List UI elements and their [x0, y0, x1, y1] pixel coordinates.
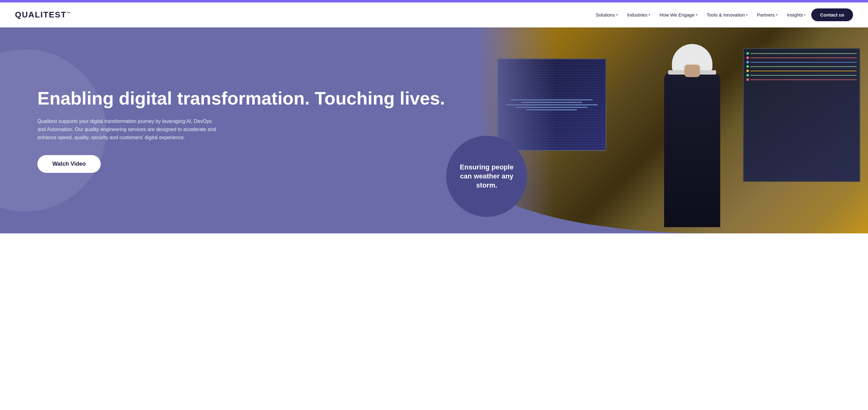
hero-section: Enabling digital transformation. Touchin… — [0, 27, 868, 233]
hero-headline: Enabling digital transformation. Touchin… — [37, 88, 459, 109]
hero-image-bg — [477, 27, 868, 233]
nav-link-tools-innovation[interactable]: Tools & Innovation ▾ — [703, 10, 752, 20]
top-accent-bar — [0, 0, 868, 2]
nav-link-partners[interactable]: Partners ▾ — [753, 10, 781, 20]
worker-neck — [684, 65, 700, 77]
hero-subtext: Qualitest supports your digital transfor… — [37, 117, 218, 141]
chevron-down-icon: ▾ — [616, 13, 618, 17]
chevron-down-icon: ▾ — [776, 13, 778, 17]
chevron-down-icon: ▾ — [696, 13, 698, 17]
watch-video-button[interactable]: Watch Video — [37, 155, 101, 173]
contact-us-button[interactable]: Contact us — [811, 8, 853, 21]
overlay-circle-text: Ensuring people can weather any storm. — [459, 163, 515, 190]
nav-label-industries: Industries — [627, 12, 647, 18]
hero-right-panel: Ensuring people can weather any storm. — [477, 27, 868, 233]
nav-label-tools-innovation: Tools & Innovation — [707, 12, 745, 18]
nav-item-industries[interactable]: Industries ▾ — [623, 10, 654, 20]
navbar: QUALITEST™ Solutions ▾ Industries ▾ How … — [0, 2, 868, 27]
brand-logo[interactable]: QUALITEST™ — [15, 10, 71, 20]
hero-left-panel: Enabling digital transformation. Touchin… — [0, 27, 477, 233]
nav-item-solutions[interactable]: Solutions ▾ — [592, 10, 621, 20]
nav-label-solutions: Solutions — [595, 12, 615, 18]
nav-item-tools-innovation[interactable]: Tools & Innovation ▾ — [703, 10, 752, 20]
nav-link-industries[interactable]: Industries ▾ — [623, 10, 654, 20]
worker-figure — [595, 27, 790, 233]
nav-link-solutions[interactable]: Solutions ▾ — [592, 10, 621, 20]
chevron-down-icon: ▾ — [649, 13, 650, 17]
nav-label-partners: Partners — [757, 12, 775, 18]
worker-body — [664, 73, 720, 227]
nav-links: Solutions ▾ Industries ▾ How We Engage ▾… — [592, 8, 853, 21]
nav-label-how-we-engage: How We Engage — [659, 12, 694, 18]
chevron-down-icon: ▾ — [746, 13, 748, 17]
hero-image — [477, 27, 868, 233]
nav-item-contact[interactable]: Contact us — [811, 8, 853, 21]
nav-link-how-we-engage[interactable]: How We Engage ▾ — [656, 10, 701, 20]
overlay-circle: Ensuring people can weather any storm. — [446, 136, 527, 217]
brand-name: QUALITEST — [15, 10, 66, 19]
nav-item-insights[interactable]: Insights ▾ — [783, 10, 810, 20]
nav-item-partners[interactable]: Partners ▾ — [753, 10, 781, 20]
nav-item-how-we-engage[interactable]: How We Engage ▾ — [656, 10, 701, 20]
chevron-down-icon: ▾ — [804, 13, 806, 17]
nav-link-insights[interactable]: Insights ▾ — [783, 10, 810, 20]
brand-trademark: ™ — [66, 11, 71, 15]
nav-label-insights: Insights — [787, 12, 803, 18]
